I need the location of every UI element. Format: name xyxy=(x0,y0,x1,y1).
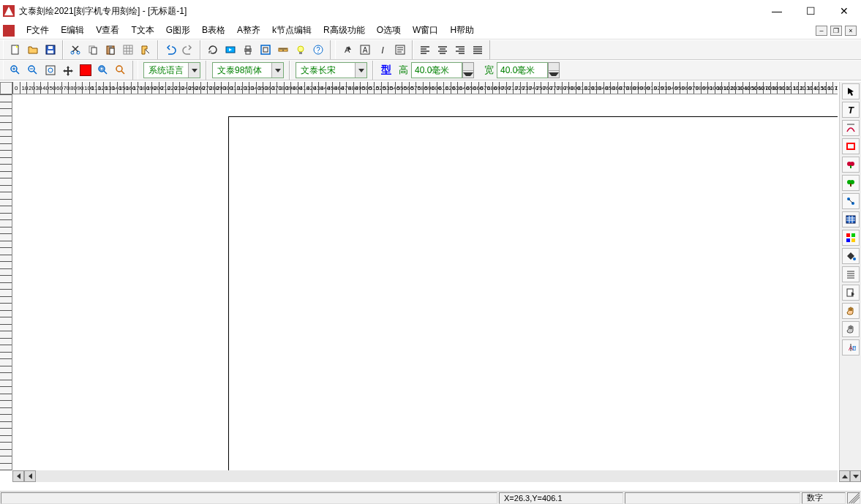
menu-help[interactable]: H帮助 xyxy=(444,23,480,38)
align-justify-button[interactable] xyxy=(470,42,486,58)
svg-rect-83 xyxy=(846,216,855,223)
scroll-down-button[interactable] xyxy=(850,470,861,482)
menu-window[interactable]: W窗口 xyxy=(407,23,444,38)
menu-text[interactable]: T文本 xyxy=(125,23,159,38)
type-button[interactable]: 型 xyxy=(377,64,396,77)
zoom-in-button[interactable] xyxy=(7,62,23,78)
canvas[interactable] xyxy=(12,94,838,470)
hand-tool[interactable] xyxy=(842,303,860,319)
fill-tool[interactable] xyxy=(842,248,860,264)
new-button[interactable] xyxy=(7,42,23,58)
rect-tool[interactable] xyxy=(842,138,860,154)
mdi-minimize-button[interactable]: – xyxy=(816,26,827,36)
scroll-track[interactable] xyxy=(36,470,838,482)
svg-rect-89 xyxy=(851,233,855,237)
scroll-left2-button[interactable] xyxy=(24,470,36,482)
text-tool[interactable]: T xyxy=(842,102,860,118)
paste-button[interactable] xyxy=(102,42,119,58)
zoom-out-button[interactable] xyxy=(25,62,41,78)
help-button[interactable]: ? xyxy=(310,42,326,58)
menu-advanced[interactable]: R高级功能 xyxy=(317,23,371,38)
font-family-combo[interactable]: 文泰98简体 xyxy=(212,62,284,78)
node-tool[interactable] xyxy=(842,193,860,209)
svg-rect-79 xyxy=(850,184,851,187)
grid-button[interactable] xyxy=(120,42,136,58)
save-button[interactable] xyxy=(42,42,59,58)
format-button[interactable] xyxy=(138,42,154,58)
svg-point-65 xyxy=(48,68,53,72)
menu-graphic[interactable]: G图形 xyxy=(160,23,196,38)
measure-button[interactable] xyxy=(275,42,291,58)
menu-options[interactable]: O选项 xyxy=(371,23,407,38)
ab-tool[interactable]: AB xyxy=(842,339,860,356)
mdi-close-button[interactable]: × xyxy=(845,26,857,36)
print-button[interactable] xyxy=(240,42,256,58)
font-style-combo[interactable]: 文泰长宋 xyxy=(296,62,367,78)
width-spinner[interactable] xyxy=(548,62,560,78)
width-input[interactable]: 40.0毫米 xyxy=(497,62,548,78)
height-input[interactable]: 40.0毫米 xyxy=(411,62,462,78)
curve-tool[interactable] xyxy=(842,120,860,136)
svg-line-62 xyxy=(34,71,37,74)
maximize-button[interactable]: ☐ xyxy=(794,0,827,22)
svg-rect-90 xyxy=(846,238,850,242)
zoom-fit-button[interactable] xyxy=(95,62,111,78)
library-tool[interactable] xyxy=(842,157,860,173)
svg-line-16 xyxy=(146,50,149,53)
spin-up-icon[interactable] xyxy=(549,63,559,71)
menu-edit[interactable]: E编辑 xyxy=(55,23,90,38)
horizontal-scrollbar[interactable] xyxy=(12,470,838,482)
language-combo[interactable]: 系统语言 xyxy=(143,62,200,78)
text-arrow-button[interactable]: A xyxy=(339,42,356,58)
close-button[interactable]: ✕ xyxy=(827,0,861,22)
menu-view[interactable]: V查看 xyxy=(90,23,125,38)
app-icon xyxy=(3,5,15,17)
spin-down-icon[interactable] xyxy=(463,71,473,78)
export-tool[interactable] xyxy=(842,285,860,301)
main-toolbar: ? A A I xyxy=(0,40,861,60)
output-button[interactable] xyxy=(222,42,238,58)
zoom-sel-button[interactable] xyxy=(113,62,129,78)
align-left-button[interactable] xyxy=(417,42,433,58)
minimize-button[interactable]: — xyxy=(760,0,794,22)
cut-button[interactable] xyxy=(67,42,83,58)
svg-rect-3 xyxy=(48,46,53,49)
menu-node[interactable]: k节点编辑 xyxy=(266,23,317,38)
align-right-button[interactable] xyxy=(452,42,468,58)
menu-file[interactable]: F文件 xyxy=(20,23,55,38)
pan-button[interactable] xyxy=(60,62,76,78)
frame-button[interactable] xyxy=(257,42,274,58)
select-tool[interactable] xyxy=(842,83,860,99)
color-tool[interactable] xyxy=(842,230,860,246)
text-format-button[interactable] xyxy=(392,42,408,58)
open-button[interactable] xyxy=(25,42,41,58)
mdi-restore-button[interactable]: ❐ xyxy=(830,26,842,36)
svg-line-67 xyxy=(104,71,107,74)
idea-button[interactable] xyxy=(293,42,309,58)
library2-tool[interactable] xyxy=(842,175,860,191)
menu-align[interactable]: A整齐 xyxy=(231,23,266,38)
scroll-up-button[interactable] xyxy=(839,470,850,482)
resize-grip[interactable] xyxy=(847,492,860,504)
horizontal-ruler: 0102030405060708090100110120130140150160… xyxy=(12,82,838,94)
height-label: 高 xyxy=(396,64,411,77)
refresh-button[interactable] xyxy=(205,42,221,58)
height-spinner[interactable] xyxy=(462,62,474,78)
text-box-button[interactable]: A xyxy=(357,42,373,58)
redo-button[interactable] xyxy=(180,42,196,58)
zoom-page-button[interactable] xyxy=(42,62,59,78)
table-tool[interactable] xyxy=(842,211,860,227)
spin-down-icon[interactable] xyxy=(549,71,559,78)
italic-button[interactable]: I xyxy=(375,42,391,58)
align-center-button[interactable] xyxy=(435,42,451,58)
menu-table[interactable]: B表格 xyxy=(196,23,231,38)
hand2-tool[interactable] xyxy=(842,321,860,337)
undo-button[interactable] xyxy=(162,42,178,58)
lines-tool[interactable] xyxy=(842,266,860,282)
fill-color-button[interactable] xyxy=(78,62,94,78)
spin-up-icon[interactable] xyxy=(463,63,473,71)
svg-rect-88 xyxy=(846,233,850,237)
scroll-left-button[interactable] xyxy=(12,470,24,482)
copy-button[interactable] xyxy=(85,42,101,58)
status-mode: 数字 xyxy=(802,492,846,504)
